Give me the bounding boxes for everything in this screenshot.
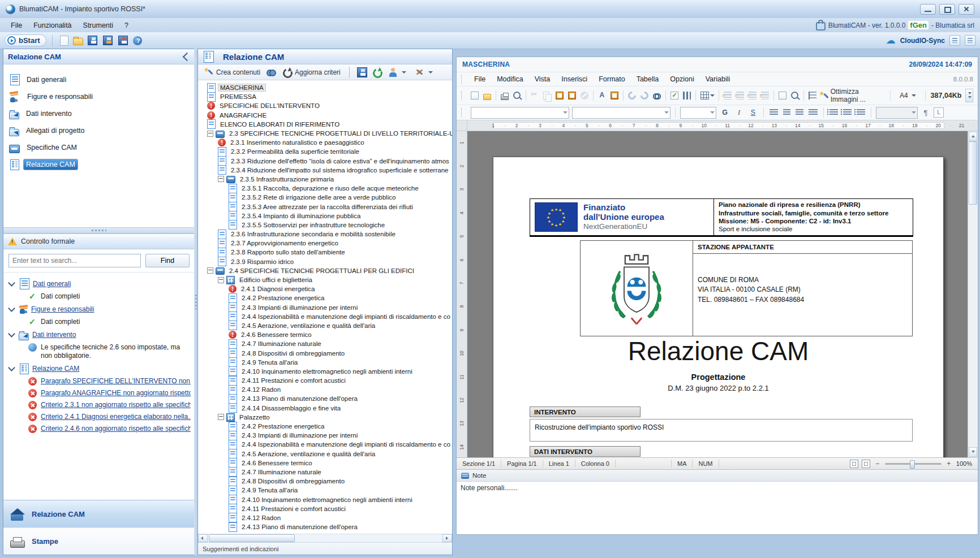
tree-item[interactable]: ELENCO ELABORATI DI RIFERIMENTO bbox=[199, 120, 452, 129]
scroll-left-icon[interactable] bbox=[198, 534, 208, 542]
crea-contenuti-button[interactable]: Crea contenuti bbox=[201, 66, 263, 78]
tree-item[interactable]: 2.3.5 Infrastrutturazione primaria bbox=[199, 175, 452, 184]
tree-item[interactable]: 2.4.10 Inquinamento elettromagnetico neg… bbox=[199, 495, 452, 504]
controllo-message[interactable]: Criterio 2.4.1 Diagnosi energetica elabo… bbox=[7, 411, 191, 423]
controllo-message[interactable]: Paragrafo ANAGRAFICHE non aggiornato ris… bbox=[7, 387, 191, 399]
tree-item[interactable]: 2.4.2 Prestazione energetica bbox=[199, 293, 452, 302]
show-formatting-button[interactable]: ¶ bbox=[921, 109, 931, 117]
tree-item[interactable]: 2.4 SPECIFICHE TECNICHE PROGETTUALI PER … bbox=[199, 266, 452, 275]
hanging-indent-button[interactable] bbox=[747, 90, 758, 101]
tools-menu-button[interactable] bbox=[412, 66, 435, 78]
print-preview-button[interactable] bbox=[512, 90, 523, 101]
increase-indent-button[interactable] bbox=[734, 90, 746, 101]
cloud-sync-label[interactable]: CloudIO-Sync bbox=[900, 37, 945, 45]
numbered-list-button[interactable] bbox=[843, 109, 852, 116]
insert-table-button[interactable] bbox=[699, 90, 716, 101]
paste-format-button[interactable] bbox=[609, 90, 620, 101]
chevron-down-icon[interactable] bbox=[8, 305, 15, 312]
fit-width-icon[interactable] bbox=[862, 460, 870, 468]
tree-item[interactable]: 2.4.13 Piano di manutenzione dell'opera bbox=[199, 522, 452, 531]
document-page[interactable]: ★★★ ★★★ ★★★ ★★★ Finanziato dall'Unione e… bbox=[493, 157, 944, 457]
help-button[interactable] bbox=[132, 35, 143, 46]
panel-splitter-handle[interactable] bbox=[3, 227, 195, 233]
save-button[interactable] bbox=[88, 36, 97, 45]
controllo-group-link[interactable]: Dati generali bbox=[33, 280, 71, 288]
tree-item[interactable]: 2.3.3 Riduzione dell'effetto “isola di c… bbox=[199, 157, 452, 166]
controllo-message[interactable]: Criterio 2.3.1 non aggiornato rispetto a… bbox=[7, 399, 191, 411]
tree-item[interactable]: 2.4.4 Ispezionabilità e manutenzione deg… bbox=[199, 312, 452, 321]
tree-item[interactable]: 2.4.5 Aerazione, ventilazione e qualità … bbox=[199, 321, 452, 330]
zoom-button[interactable] bbox=[789, 90, 801, 101]
tree-item[interactable]: Edificio uffici e biglietteria bbox=[199, 275, 452, 284]
intervento-value[interactable]: Ricostruzione dell'impianto sportivo ROS… bbox=[530, 419, 913, 442]
tree-item[interactable]: 2.4.6 Benessere termico bbox=[199, 458, 452, 468]
tree-item[interactable]: 2.3.5.1 Raccolta, depurazione e riuso de… bbox=[199, 184, 452, 193]
zoom-in-button[interactable]: + bbox=[945, 460, 953, 467]
document-map-button[interactable] bbox=[807, 90, 818, 101]
vertical-ruler[interactable]: 1234567891011121314 bbox=[457, 131, 467, 457]
sidebar-item[interactable]: Allegati di progetto bbox=[3, 122, 195, 139]
paste-text-button[interactable] bbox=[566, 90, 578, 101]
bold-button[interactable]: G bbox=[719, 107, 730, 118]
collapse-sidebar-icon[interactable] bbox=[183, 52, 192, 61]
find-button[interactable] bbox=[651, 90, 663, 101]
search-input[interactable] bbox=[8, 254, 141, 267]
editor-menu-item[interactable]: Variabili bbox=[700, 74, 736, 84]
bstart-button[interactable]: bStart bbox=[5, 34, 46, 46]
tree-item[interactable]: 2.4.4 Ispezionabilità e manutenzione deg… bbox=[199, 440, 452, 449]
tree-item[interactable]: 2.4.3 Impianti di illuminazione per inte… bbox=[199, 303, 452, 312]
open-file-button[interactable] bbox=[72, 35, 83, 46]
controllo-message[interactable]: Dati completi bbox=[7, 316, 191, 328]
new-file-button[interactable] bbox=[58, 35, 69, 46]
tree-item[interactable]: 2.4.5 Aerazione, ventilazione e qualità … bbox=[199, 449, 452, 458]
tree-item[interactable]: 2.4.11 Prestazioni e comfort acustici bbox=[199, 376, 452, 385]
note-header[interactable]: Note bbox=[457, 469, 978, 482]
tree-item[interactable]: 2.3.5.4 Impianto di illuminazione pubbli… bbox=[199, 211, 452, 220]
tree-item[interactable]: 2.4.8 Dispositivi di ombreggiamento bbox=[199, 348, 452, 357]
note-textarea[interactable]: Note personali....... bbox=[457, 482, 978, 534]
minimize-button[interactable] bbox=[920, 4, 936, 15]
multilevel-list-button[interactable] bbox=[857, 109, 865, 116]
optimize-images-button[interactable]: Ottimizza Immagini ... bbox=[831, 88, 885, 103]
tree-item[interactable]: PREMESSA bbox=[199, 92, 452, 101]
menu-item[interactable]: Strumenti bbox=[78, 20, 119, 31]
tree-item[interactable]: 2.3.5.2 Rete di irrigazione delle aree a… bbox=[199, 193, 452, 202]
menu-item[interactable]: ? bbox=[119, 20, 134, 31]
zoom-slider[interactable] bbox=[885, 463, 942, 465]
tree-item[interactable]: 2.3.1 Inserimento naturalistico e paesag… bbox=[199, 138, 452, 147]
editor-menu-item[interactable]: Formato bbox=[594, 74, 630, 84]
bottom-nav-item[interactable]: Stampe bbox=[3, 527, 195, 555]
horizontal-ruler[interactable]: 123456789101112131415161718192021 bbox=[457, 120, 978, 131]
spellcheck-button[interactable] bbox=[669, 90, 680, 101]
controllo-message[interactable]: Le specifiche tecniche 2.6 sono impostat… bbox=[7, 341, 191, 362]
menu-item[interactable]: File bbox=[6, 20, 27, 31]
controllo-group-link[interactable]: Figure e responsabili bbox=[31, 305, 94, 313]
tree-item[interactable]: SPECIFICHE DELL'INTERVENTO bbox=[199, 101, 452, 110]
tree-item[interactable]: MASCHERINA bbox=[199, 83, 452, 92]
find-button[interactable]: Find bbox=[145, 254, 190, 267]
tree-item[interactable]: 2.4.12 Radon bbox=[199, 513, 452, 522]
save-report-button[interactable] bbox=[357, 67, 367, 77]
page-setup-button[interactable] bbox=[777, 90, 788, 101]
zoom-slider-thumb[interactable] bbox=[910, 460, 915, 469]
tree-item[interactable]: 2.4.1 Diagnosi energetica bbox=[199, 284, 452, 293]
cut-button[interactable] bbox=[529, 90, 540, 101]
contact-card-button[interactable] bbox=[949, 35, 960, 46]
editor-menu-item[interactable]: Vista bbox=[530, 74, 556, 84]
tree-item[interactable]: 2.4.13 Piano di manutenzione dell'opera bbox=[199, 394, 452, 403]
search-contents-button[interactable] bbox=[267, 67, 276, 77]
bullet-list-button[interactable] bbox=[829, 109, 838, 116]
scrollbar-thumb[interactable] bbox=[209, 534, 295, 542]
menu-item[interactable]: Funzionalità bbox=[28, 20, 76, 31]
controllo-group-link[interactable]: Relazione CAM bbox=[32, 365, 79, 373]
tree-item[interactable]: 2.3.2 Permeabilità della superficie terr… bbox=[199, 147, 452, 156]
scroll-down-icon[interactable] bbox=[969, 447, 977, 457]
tree-item[interactable]: 2.4.6 Benessere termico bbox=[199, 330, 452, 339]
controllo-message[interactable]: Criterio 2.4.6 non aggiornato rispetto a… bbox=[7, 423, 191, 435]
decrease-indent-button[interactable] bbox=[722, 90, 733, 101]
tree-item[interactable]: 2.4.7 Illuminazione naturale bbox=[199, 468, 452, 477]
user-menu-button[interactable] bbox=[386, 66, 409, 78]
sidebar-item[interactable]: Figure e responsabili bbox=[3, 88, 195, 105]
tree-item[interactable]: 2.3.5.5 Sottoservizi per infrastrutture … bbox=[199, 220, 452, 230]
save-copy-button[interactable] bbox=[118, 36, 128, 45]
